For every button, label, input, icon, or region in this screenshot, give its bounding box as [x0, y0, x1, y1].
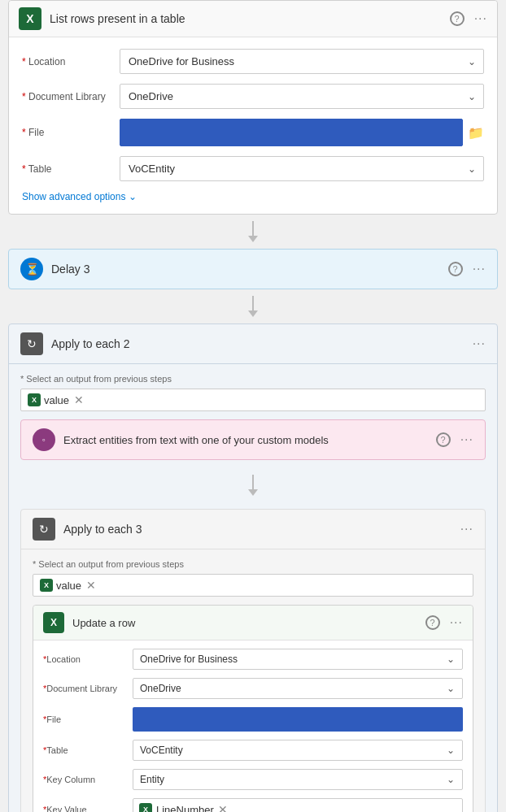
arrow-down [248, 475, 258, 496]
excel-tag-icon: X [40, 579, 53, 592]
header-actions: ? ··· [450, 11, 487, 26]
update-keyvalue-row: *Key Value X LineNumber ✕ [43, 798, 463, 812]
apply-icon: ↻ [33, 518, 55, 541]
update-doclibrary-dropdown[interactable]: OneDrive [133, 678, 463, 699]
delay-icon: ⏳ [20, 258, 43, 280]
extract-icon: ◦ [33, 428, 55, 451]
more-icon[interactable]: ··· [473, 262, 486, 276]
update-row-card: X Update a row ? ··· [33, 605, 473, 812]
keyvalue-tag-input[interactable]: X LineNumber ✕ [133, 798, 463, 812]
value-tag-3: X value [40, 579, 81, 592]
select-output-input-3[interactable]: X value ✕ [33, 574, 473, 597]
apply-to-each-3: ↻ Apply to each 3 ··· * Select an output… [20, 509, 486, 812]
apply-to-each-3-header: ↻ Apply to each 3 ··· [21, 510, 485, 549]
list-rows-title: List rows present in a table [50, 12, 450, 25]
update-location-label: *Location [43, 654, 133, 664]
list-rows-body: * Location OneDrive for Business ⌄ * Doc… [9, 37, 497, 214]
more-icon[interactable]: ··· [474, 11, 487, 26]
excel-tag-icon: X [28, 393, 41, 406]
more-icon[interactable]: ··· [460, 432, 473, 447]
update-row-header: X Update a row ? ··· [33, 606, 473, 640]
document-library-label: * Document Library [22, 91, 120, 102]
help-icon[interactable]: ? [425, 615, 440, 630]
tag-close-icon[interactable]: ✕ [86, 579, 96, 592]
file-row: * File 📁 [22, 119, 484, 146]
table-label: * Table [22, 163, 120, 175]
select-output-label: * Select an output from previous steps [20, 374, 486, 384]
update-file-box [133, 707, 463, 732]
list-rows-header: X List rows present in a table ? ··· [9, 1, 497, 37]
document-library-control: OneDrive ⌄ [120, 84, 484, 109]
update-location-dropdown[interactable]: OneDrive for Business [133, 649, 463, 670]
update-keycolumn-dropdown[interactable]: Entity [133, 769, 463, 790]
chevron-down-icon: ⌄ [129, 191, 137, 202]
apply-icon: ↻ [20, 332, 43, 355]
update-doclibrary-control: OneDrive ⌄ [133, 678, 463, 699]
excel-update-icon: X [43, 612, 64, 633]
update-file-label: *File [43, 714, 133, 724]
connector-1 [0, 215, 506, 249]
file-label: * File [22, 127, 120, 138]
select-output-input[interactable]: X value ✕ [20, 389, 486, 411]
select-output-label-3: * Select an output from previous steps [33, 559, 473, 569]
update-location-row: *Location OneDrive for Business ⌄ [43, 649, 463, 670]
update-row-title: Update a row [72, 617, 425, 629]
update-keyvalue-control: X LineNumber ✕ [133, 798, 463, 812]
update-row-body: *Location OneDrive for Business ⌄ [33, 640, 473, 812]
help-icon[interactable]: ? [448, 262, 463, 276]
update-table-dropdown[interactable]: VoCEntity [133, 740, 463, 761]
delay-actions: ? ··· [448, 262, 486, 276]
value-tag: X value [28, 393, 69, 406]
connector-2 [0, 289, 506, 323]
main-container: X List rows present in a table ? ··· * L… [0, 0, 506, 812]
update-keycolumn-row: *Key Column Entity ⌄ [43, 769, 463, 790]
update-doclibrary-row: *Document Library OneDrive ⌄ [43, 678, 463, 699]
tag-close-icon[interactable]: ✕ [218, 803, 228, 812]
location-row: * Location OneDrive for Business ⌄ [22, 49, 484, 74]
delay-card: ⏳ Delay 3 ? ··· [8, 249, 498, 289]
connector-3 [20, 468, 486, 502]
extract-entities-card: ◦ Extract entities from text with one of… [20, 419, 486, 460]
document-library-dropdown[interactable]: OneDrive [120, 84, 484, 109]
table-dropdown[interactable]: VoCEntity [120, 156, 484, 181]
file-value-box [120, 119, 463, 146]
apply-to-each-2-body: * Select an output from previous steps X… [9, 364, 497, 812]
more-icon[interactable]: ··· [450, 615, 463, 630]
update-keycolumn-control: Entity ⌄ [133, 769, 463, 790]
document-library-row: * Document Library OneDrive ⌄ [22, 84, 484, 109]
apply-to-each-3-title: Apply to each 3 [63, 523, 460, 536]
more-icon[interactable]: ··· [460, 522, 473, 536]
update-row-actions: ? ··· [425, 615, 463, 630]
arrow-down [248, 221, 258, 242]
extract-title: Extract entities from text with one of y… [63, 434, 436, 446]
excel-icon: X [19, 7, 41, 30]
extract-actions: ? ··· [436, 432, 473, 447]
location-dropdown[interactable]: OneDrive for Business [120, 49, 484, 74]
delay-title: Delay 3 [51, 263, 448, 276]
update-keycolumn-label: *Key Column [43, 775, 133, 784]
table-row: * Table VoCEntity ⌄ [22, 156, 484, 181]
update-doclibrary-label: *Document Library [43, 684, 133, 693]
update-file-control [133, 707, 463, 732]
arrow-down [248, 296, 258, 317]
apply-to-each-2-title: Apply to each 2 [51, 337, 473, 350]
file-control: 📁 [120, 119, 484, 146]
apply-to-each-3-body: * Select an output from previous steps X… [21, 549, 485, 812]
update-location-control: OneDrive for Business ⌄ [133, 649, 463, 670]
apply-to-each-2-header: ↻ Apply to each 2 ··· [9, 324, 497, 364]
excel-tag-icon: X [139, 803, 152, 812]
show-advanced-options[interactable]: Show advanced options ⌄ [22, 191, 484, 202]
table-control: VoCEntity ⌄ [120, 156, 484, 181]
help-icon[interactable]: ? [436, 432, 451, 447]
update-keyvalue-label: *Key Value [43, 805, 133, 812]
more-icon[interactable]: ··· [473, 337, 486, 351]
folder-icon[interactable]: 📁 [468, 125, 484, 141]
update-file-row: *File [43, 707, 463, 732]
update-table-control: VoCEntity ⌄ [133, 740, 463, 761]
location-control: OneDrive for Business ⌄ [120, 49, 484, 74]
tag-close-icon[interactable]: ✕ [74, 393, 84, 406]
update-table-row: *Table VoCEntity ⌄ [43, 740, 463, 761]
help-icon[interactable]: ? [450, 11, 465, 26]
apply-to-each-2: ↻ Apply to each 2 ··· * Select an output… [8, 323, 498, 812]
update-table-label: *Table [43, 745, 133, 755]
